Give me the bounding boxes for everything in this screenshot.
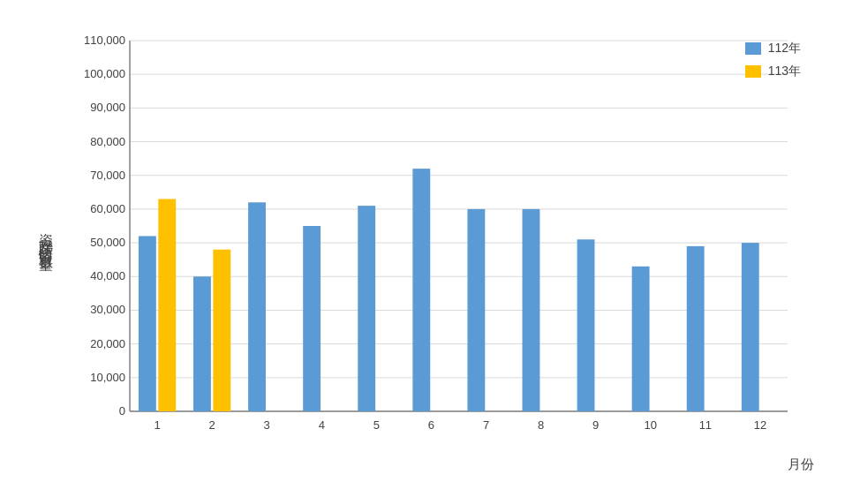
svg-text:7: 7: [483, 418, 489, 432]
svg-text:20,000: 20,000: [90, 336, 125, 350]
svg-text:6: 6: [428, 418, 434, 432]
svg-text:2: 2: [209, 418, 215, 432]
legend-item-112: 112年: [745, 41, 801, 56]
y-axis-label: 資安聯防情資數量: [34, 36, 57, 438]
legend: 112年 113年: [745, 41, 801, 79]
svg-text:90,000: 90,000: [90, 101, 125, 114]
svg-rect-46: [632, 266, 650, 410]
svg-rect-34: [303, 226, 321, 411]
svg-text:5: 5: [373, 418, 380, 432]
svg-text:110,000: 110,000: [84, 34, 125, 47]
svg-text:30,000: 30,000: [90, 303, 125, 316]
svg-rect-40: [467, 208, 485, 410]
legend-label-112: 112年: [768, 41, 801, 56]
svg-text:0: 0: [119, 404, 125, 417]
svg-text:3: 3: [264, 418, 270, 432]
svg-rect-42: [523, 208, 540, 410]
svg-text:12: 12: [754, 418, 766, 432]
svg-text:4: 4: [319, 418, 325, 432]
svg-text:1: 1: [154, 418, 160, 432]
svg-text:11: 11: [699, 418, 712, 432]
svg-rect-30: [213, 249, 230, 410]
svg-text:100,000: 100,000: [84, 67, 125, 80]
svg-text:70,000: 70,000: [90, 168, 125, 181]
svg-text:9: 9: [592, 418, 599, 432]
legend-color-112: [745, 42, 761, 55]
svg-rect-36: [358, 206, 375, 411]
svg-text:10: 10: [645, 418, 657, 432]
legend-label-113: 113年: [768, 64, 801, 79]
svg-rect-38: [412, 169, 430, 411]
svg-text:60,000: 60,000: [90, 201, 125, 214]
svg-rect-27: [158, 199, 176, 411]
svg-rect-44: [577, 239, 595, 411]
svg-text:40,000: 40,000: [90, 269, 125, 282]
svg-text:8: 8: [538, 418, 544, 432]
legend-color-113: [745, 65, 761, 78]
svg-text:10,000: 10,000: [90, 370, 125, 383]
svg-rect-26: [139, 236, 156, 411]
chart-container: 資安聯防情資數量 010,00020,00030,00040,00050,000…: [0, 0, 860, 504]
svg-rect-29: [193, 276, 211, 411]
svg-rect-48: [687, 245, 705, 410]
x-axis-label: 月份: [788, 456, 814, 473]
svg-rect-50: [742, 243, 759, 411]
svg-text:80,000: 80,000: [90, 134, 125, 147]
svg-rect-32: [248, 202, 266, 411]
legend-item-113: 113年: [745, 64, 801, 79]
bar-chart: 010,00020,00030,00040,00050,00060,00070,…: [81, 32, 805, 438]
svg-text:50,000: 50,000: [90, 236, 125, 249]
chart-wrapper: 資安聯防情資數量 010,00020,00030,00040,00050,000…: [33, 23, 827, 482]
